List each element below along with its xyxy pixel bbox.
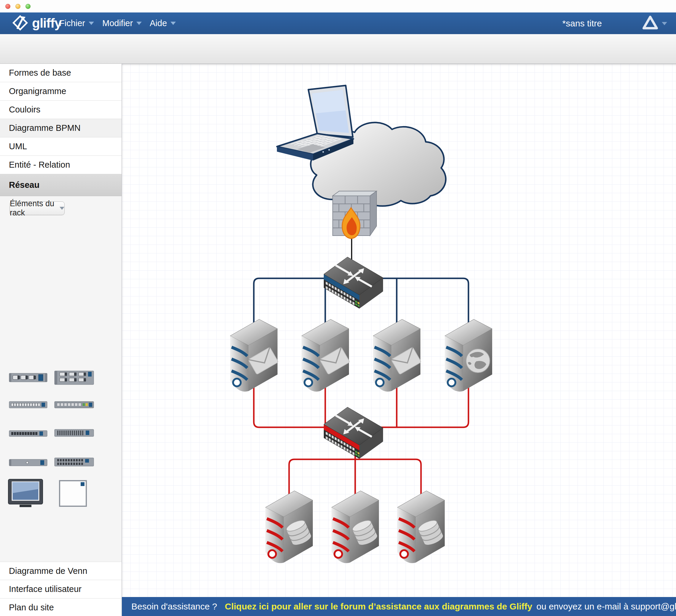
shape-rack-unit-2u[interactable] [54, 370, 94, 386]
sidebar-item-interface-utilisateur[interactable]: Interface utilisateur [0, 580, 122, 599]
sidebar-item-diagramme-bpmn[interactable]: Diagramme BPMN [0, 119, 122, 137]
mail-server-3[interactable] [373, 319, 421, 392]
gliffy-logo-icon [11, 14, 30, 32]
db-server-3[interactable] [397, 491, 445, 563]
menubar: gliffy Fichier Modifier Aide *sans titre [0, 12, 676, 34]
menu-aide[interactable]: Aide [150, 12, 176, 34]
sidebar-bottom-categories: Diagramme de Venn Interface utilisateur … [0, 562, 122, 616]
shape-rack-blank[interactable] [9, 458, 47, 467]
shape-blade-panel-dark[interactable] [9, 430, 47, 437]
google-drive-icon [641, 15, 659, 32]
document-title: *sans titre [562, 12, 602, 34]
gliffy-app-window: gliffy Fichier Modifier Aide *sans titre [0, 0, 676, 616]
help-bar: Besoin d'assistance ? Cliquez ici pour a… [122, 597, 676, 616]
shape-rack-monitor[interactable] [8, 479, 43, 508]
sidebar-item-diagramme-de-venn[interactable]: Diagramme de Venn [0, 562, 122, 580]
sidebar-item-uml[interactable]: UML [0, 137, 122, 156]
menu-modifier[interactable]: Modifier [102, 12, 142, 34]
web-server[interactable] [445, 319, 492, 392]
firewall[interactable] [333, 191, 377, 239]
shape-rack-vent-grid[interactable] [54, 457, 94, 467]
shape-patch-panel-light[interactable] [9, 401, 47, 409]
shape-rack-unit-modules[interactable] [9, 372, 47, 384]
sidebar-item-organigramme[interactable]: Organigramme [0, 82, 122, 101]
sidebar-item-formes-de-base[interactable]: Formes de base [0, 64, 122, 82]
network-switch-top[interactable] [324, 257, 383, 309]
help-prefix: Besoin d'assistance ? [131, 602, 217, 612]
db-server-2[interactable] [332, 491, 379, 563]
chevron-down-icon [170, 22, 176, 25]
mail-server-1[interactable] [230, 319, 278, 392]
db-server-1[interactable] [265, 491, 313, 563]
sidebar-item-reseau-selected[interactable]: Réseau [0, 174, 122, 196]
brand-name: gliffy [32, 16, 61, 31]
zoom-window-button[interactable] [25, 4, 31, 9]
diagram-canvas[interactable] [122, 64, 676, 616]
minimize-window-button[interactable] [15, 4, 20, 9]
globe-icon [466, 349, 490, 373]
sidebar-item-couloirs[interactable]: Couloirs [0, 101, 122, 119]
toolbar: A [0, 34, 676, 64]
chevron-down-icon [89, 22, 94, 25]
mail-server-2[interactable] [301, 319, 350, 392]
network-shape-panel: Éléments du rack [0, 196, 122, 562]
shape-rack-frame[interactable] [59, 480, 87, 508]
gliffy-logo: gliffy [11, 14, 61, 33]
close-window-button[interactable] [5, 4, 10, 9]
network-switch-bottom[interactable] [324, 407, 383, 459]
shape-blade-panel-slats[interactable] [54, 429, 94, 437]
google-drive-button[interactable] [641, 14, 667, 33]
shape-library-sidebar: Formes de base Organigramme Couloirs Dia… [0, 64, 122, 616]
help-forum-link[interactable]: Cliquez ici pour aller sur le forum d’as… [225, 602, 532, 612]
sidebar-item-plan-du-site[interactable]: Plan du site [0, 599, 122, 616]
chevron-down-icon [662, 22, 667, 25]
help-suffix: ou envoyez un e-mail à support@gliffy.co… [537, 602, 676, 612]
chevron-down-icon [60, 207, 64, 210]
chevron-down-icon [136, 22, 142, 25]
shape-set-dropdown[interactable]: Éléments du rack [9, 202, 65, 215]
sidebar-item-entite-relation[interactable]: Entité - Relation [0, 156, 122, 174]
shape-patch-panel-ports[interactable] [54, 401, 94, 409]
network-diagram [122, 64, 676, 616]
mac-titlebar [0, 0, 676, 12]
menu-fichier[interactable]: Fichier [59, 12, 94, 34]
